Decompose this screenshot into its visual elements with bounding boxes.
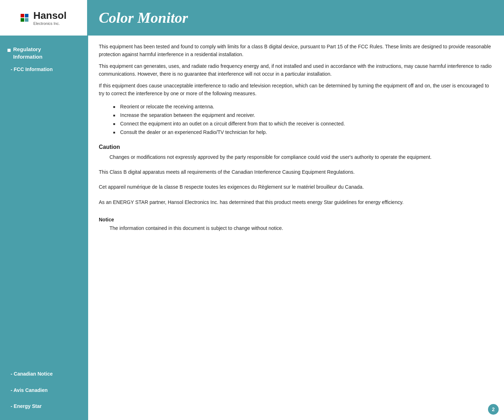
avis-canadien-text: Cet appareil numérique de la classe B re… xyxy=(99,183,493,191)
sidebar-energy-label: - Energy Star xyxy=(11,403,42,409)
list-item: Connect the equipment into an outlet on … xyxy=(113,120,493,128)
list-item: Reorient or relocate the receiving anten… xyxy=(113,103,493,111)
canadian-notice-section: This Class B digital apparatus meets all… xyxy=(99,168,493,176)
sidebar-canadian-notice-label: - Canadian Notice xyxy=(11,371,53,377)
sidebar-fcc-label: - FCC Information xyxy=(11,66,53,72)
logo-text: Hansol Electronics Inc. xyxy=(33,10,66,26)
sidebar-item-avis-canadien[interactable]: - Avis Canadien xyxy=(4,384,85,397)
header: Hansol Electronics Inc. Color Monitor xyxy=(0,0,504,36)
sidebar-item-canadian-notice[interactable]: - Canadian Notice xyxy=(4,368,85,381)
sidebar-item-regulatory[interactable]: ■ RegulatoryInformation xyxy=(4,43,85,63)
header-title-area: Color Monitor xyxy=(88,0,504,36)
page-title: Color Monitor xyxy=(99,9,188,26)
main-layout: ■ RegulatoryInformation - FCC Informatio… xyxy=(0,36,504,420)
sidebar-regulatory-label: RegulatoryInformation xyxy=(13,45,43,60)
canadian-notice-text: This Class B digital apparatus meets all… xyxy=(99,168,493,176)
notice-text: The information contained in this docume… xyxy=(109,224,493,232)
notice-section: Notice The information contained in this… xyxy=(99,217,493,232)
fcc-para-3: If this equipment does cause unacceptabl… xyxy=(99,82,493,98)
caution-section: Caution Changes or modifications not exp… xyxy=(99,144,493,161)
caution-heading: Caution xyxy=(99,144,493,150)
list-item: Increase the separation between the equi… xyxy=(113,111,493,120)
logo-subtitle: Electronics Inc. xyxy=(33,21,66,26)
energy-star-section: As an ENERGY STAR partner, Hansol Electr… xyxy=(99,198,493,206)
caution-text: Changes or modifications not expressly a… xyxy=(109,153,493,161)
sidebar-avis-label: - Avis Canadien xyxy=(11,387,48,393)
fcc-section: This equipment has been tested and found… xyxy=(99,43,493,137)
notice-heading: Notice xyxy=(99,217,493,222)
fcc-para-1: This equipment has been tested and found… xyxy=(99,43,493,59)
sidebar-item-energy-star[interactable]: - Energy Star xyxy=(4,400,85,413)
fcc-para-2: This equipment can generates, uses, and … xyxy=(99,62,493,78)
sidebar-item-fcc[interactable]: - FCC Information xyxy=(4,63,85,76)
sidebar: ■ RegulatoryInformation - FCC Informatio… xyxy=(0,36,88,420)
list-item: Consult the dealer or an experienced Rad… xyxy=(113,128,493,137)
sidebar-bottom: - Canadian Notice - Avis Canadien - Ener… xyxy=(4,368,85,413)
page-number-badge: 2 xyxy=(488,404,499,415)
fcc-list: Reorient or relocate the receiving anten… xyxy=(113,103,493,136)
logo-area: Hansol Electronics Inc. xyxy=(0,0,88,36)
avis-canadien-section: Cet appareil numérique de la classe B re… xyxy=(99,183,493,191)
logo-brand: Hansol xyxy=(33,10,66,21)
logo-squares-icon xyxy=(21,14,28,22)
content-area: This equipment has been tested and found… xyxy=(88,36,504,420)
bullet-icon: ■ xyxy=(7,46,11,55)
sidebar-spacer xyxy=(4,76,85,361)
energy-star-text: As an ENERGY STAR partner, Hansol Electr… xyxy=(99,198,493,206)
